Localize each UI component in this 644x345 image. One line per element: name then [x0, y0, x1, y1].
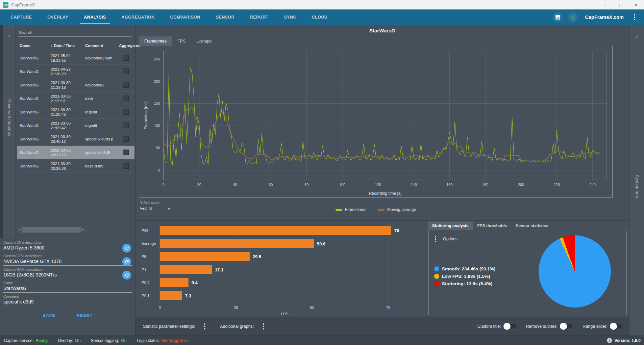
- table-row[interactable]: StarWarsG2021-04-2221:36:29: [17, 65, 134, 78]
- column-header-game[interactable]: Game: [17, 43, 48, 49]
- svg-text:200: 200: [518, 183, 524, 187]
- kebab-icon: [260, 322, 267, 331]
- tab-l-shape[interactable]: L-shape: [191, 36, 217, 46]
- status-overlay-: Overlay:On: [58, 338, 80, 343]
- status-capture-service-: Capture service:Ready: [4, 338, 48, 343]
- tab-frametimes[interactable]: Frametimes: [139, 36, 172, 46]
- pie-legend-dot: [434, 274, 439, 279]
- kebab-icon: [432, 235, 439, 243]
- toggle-label: Remove outliers:: [526, 324, 558, 329]
- aggregated-checkbox[interactable]: [123, 123, 129, 128]
- row-game-cell: StarWarsG: [17, 97, 48, 101]
- svg-text:50.6: 50.6: [317, 241, 325, 246]
- tab-fps[interactable]: FPS: [172, 36, 191, 46]
- reset-button[interactable]: RESET: [73, 311, 96, 320]
- aggregated-checkbox[interactable]: [123, 136, 129, 142]
- table-row[interactable]: StarWarsG2021-03-3021:39:18dgvoodoo2: [17, 78, 134, 92]
- field-label: Custom CPU description: [3, 240, 132, 244]
- nav-tab-aggregation[interactable]: AGGREGATION: [114, 9, 163, 25]
- field-input[interactable]: NVIDIA GeForce GTX 1070: [3, 259, 132, 266]
- pie-legend-dot: [434, 281, 439, 286]
- system-info-strip: ‹ System Info: [629, 25, 644, 336]
- expand-system-info-button[interactable]: ‹: [629, 33, 644, 40]
- table-row[interactable]: StarWarsG2021-03-3021:05:42regedit: [17, 119, 134, 132]
- nav-tab-cloud[interactable]: CLOUD: [304, 9, 335, 25]
- svg-text:250: 250: [154, 57, 160, 61]
- maximize-button[interactable]: ▢: [613, 0, 628, 9]
- statistic-settings-button[interactable]: [200, 321, 210, 331]
- record-table-body: StarWarsG2021-05-0418:33:55dgvoodoo2 wit…: [17, 51, 134, 173]
- row-time: 21:39:18: [51, 85, 82, 90]
- bar-P0.2: [160, 278, 189, 287]
- nav-tab-sensor[interactable]: SENSOR: [208, 9, 242, 25]
- row-time: 18:33:55: [51, 58, 82, 63]
- row-datetime-cell: 2021-03-3020:26:26: [48, 161, 82, 171]
- image-icon: [555, 14, 561, 20]
- nav-tab-analysis[interactable]: ANALYSIS: [76, 9, 114, 25]
- nav-tab-sync[interactable]: SYNC: [276, 9, 304, 25]
- column-header-aggregated[interactable]: Aggregated: [116, 43, 135, 49]
- aggregated-checkbox[interactable]: [123, 150, 129, 155]
- nav-tab-report[interactable]: REPORT: [242, 9, 276, 25]
- refresh-button[interactable]: [122, 257, 131, 266]
- svg-text:0: 0: [159, 306, 161, 310]
- row-game-cell: StarWarsG: [17, 70, 48, 74]
- nav-tab-overlay[interactable]: OVERLAY: [40, 9, 76, 25]
- aggregated-checkbox[interactable]: [123, 55, 129, 61]
- svg-text:Frametime [ms]: Frametime [ms]: [144, 102, 148, 130]
- nav-tab-capture[interactable]: CAPTURE: [3, 9, 40, 25]
- options-button[interactable]: Options: [432, 235, 457, 243]
- yaxis-scale-dropdown[interactable]: Full fit ▼: [140, 206, 171, 213]
- table-row[interactable]: StarWarsG2021-03-3020:32:19special k d3d…: [17, 146, 134, 159]
- additional-graphs-button[interactable]: [258, 321, 269, 331]
- nav-menu-button[interactable]: [631, 13, 638, 22]
- field-input[interactable]: 16GB (2x8GB) 3200MT/s: [3, 272, 132, 279]
- field-input[interactable]: AMD Ryzen 5 3600: [3, 245, 132, 252]
- toggle-switch[interactable]: [504, 324, 516, 328]
- toggle-custom-title-: Custom title:: [477, 324, 516, 329]
- legend-label: Frametimes: [345, 207, 366, 212]
- frametime-chart[interactable]: 0501001502002500204060801001201401601802…: [139, 46, 613, 198]
- login-button[interactable]: [568, 12, 578, 22]
- table-row[interactable]: StarWarsG2021-03-3020:26:26base d3d9: [17, 159, 134, 173]
- field-label: Custom GPU description: [3, 254, 132, 258]
- minimize-button[interactable]: –: [597, 0, 613, 9]
- table-row[interactable]: StarWarsG2021-03-3020:40:12special k d3d…: [17, 132, 134, 146]
- horizontal-scrollbar[interactable]: ◄ ►: [17, 227, 85, 233]
- toggle-switch[interactable]: [561, 324, 572, 328]
- scroll-left-arrow[interactable]: ◄: [17, 228, 22, 231]
- aggregated-checkbox[interactable]: [123, 109, 129, 115]
- aggregated-checkbox[interactable]: [123, 69, 129, 74]
- table-row[interactable]: StarWarsG2021-03-3021:20:43regedit: [17, 105, 134, 119]
- row-date: 2021-04-22: [51, 67, 82, 72]
- tab-stuttering-analysis[interactable]: Stuttering analysis: [428, 221, 473, 230]
- screenshot-button[interactable]: [553, 12, 563, 22]
- save-button[interactable]: SAVE: [39, 311, 59, 320]
- table-row[interactable]: StarWarsG2021-03-3021:29:57dxvk: [17, 92, 134, 105]
- tab-fps-thresholds[interactable]: FPS thresholds: [473, 221, 511, 230]
- svg-text:220: 220: [554, 183, 560, 187]
- close-button[interactable]: ✕: [628, 0, 644, 9]
- aggregated-checkbox[interactable]: [123, 96, 129, 101]
- toggle-switch[interactable]: [611, 324, 622, 328]
- scroll-right-arrow[interactable]: ►: [81, 228, 85, 231]
- website-link[interactable]: CapFrameX.com: [585, 15, 624, 20]
- bar-P0.1: [160, 291, 182, 300]
- scrollbar-thumb[interactable]: [22, 227, 81, 233]
- expand-directory-button[interactable]: ›: [3, 32, 15, 39]
- search-input[interactable]: [18, 29, 132, 37]
- column-header-datetime[interactable]: ↓Date / Time: [48, 43, 82, 49]
- tab-sensor-statistics[interactable]: Sensor statistics: [511, 221, 552, 230]
- svg-text:40: 40: [233, 183, 237, 187]
- aggregated-checkbox[interactable]: [123, 163, 129, 169]
- field-input[interactable]: StarWarsG: [3, 286, 132, 293]
- table-row[interactable]: StarWarsG2021-05-0418:33:55dgvoodoo2 wit…: [17, 51, 134, 65]
- refresh-button[interactable]: [122, 244, 131, 253]
- nav-tab-comparison[interactable]: COMPARISON: [162, 9, 208, 25]
- sort-descending-icon: ↓: [51, 44, 53, 48]
- column-header-comment[interactable]: Comment: [82, 43, 116, 49]
- refresh-button[interactable]: [122, 271, 131, 280]
- field-input[interactable]: special k d3d9: [3, 299, 132, 306]
- svg-text:P1: P1: [142, 268, 146, 272]
- aggregated-checkbox[interactable]: [123, 82, 129, 88]
